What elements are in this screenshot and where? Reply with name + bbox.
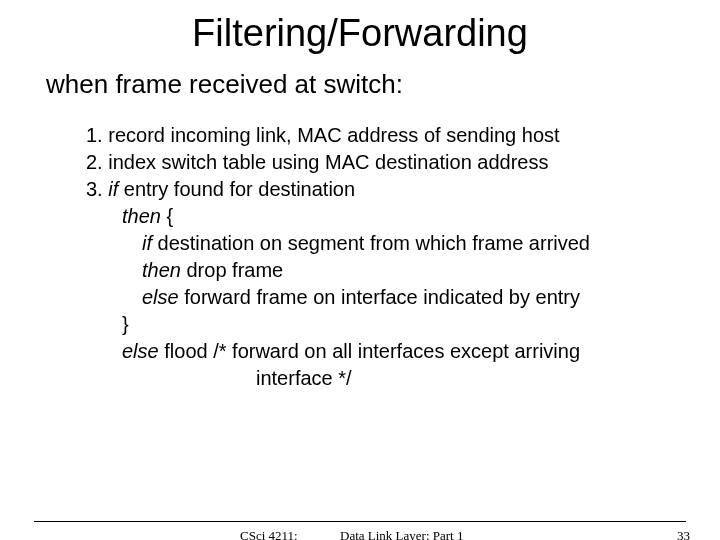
then-brace: { (161, 205, 173, 227)
step-3-prefix: 3. (86, 178, 108, 200)
step-1: 1. record incoming link, MAC address of … (86, 122, 720, 149)
footer-divider (34, 521, 686, 522)
step-3: 3. if entry found for destination (86, 176, 720, 203)
keyword-if-inner: if (142, 232, 152, 254)
footer-course: CSci 4211: (240, 528, 298, 540)
slide-footer: CSci 4211: Data Link Layer: Part 1 33 (0, 521, 720, 528)
slide-title: Filtering/Forwarding (0, 12, 720, 55)
keyword-then: then (122, 205, 161, 227)
keyword-then-inner: then (142, 259, 181, 281)
close-brace: } (122, 311, 720, 338)
slide-content: 1. record incoming link, MAC address of … (86, 122, 720, 392)
outer-else: else flood /* forward on all interfaces … (122, 338, 720, 365)
footer-page-number: 33 (677, 528, 690, 540)
inner-else-rest: forward frame on interface indicated by … (179, 286, 580, 308)
keyword-else: else (122, 340, 159, 362)
flood-continuation: interface */ (256, 365, 720, 392)
step-3-rest: entry found for destination (118, 178, 355, 200)
inner-if: if destination on segment from which fra… (142, 230, 720, 257)
keyword-if: if (108, 178, 118, 200)
slide-subtitle: when frame received at switch: (46, 69, 720, 100)
inner-then: then drop frame (142, 257, 720, 284)
inner-if-rest: destination on segment from which frame … (152, 232, 590, 254)
slide: Filtering/Forwarding when frame received… (0, 12, 720, 540)
flood-rest: flood /* forward on all interfaces excep… (159, 340, 580, 362)
footer-topic: Data Link Layer: Part 1 (340, 528, 463, 540)
step-2: 2. index switch table using MAC destinat… (86, 149, 720, 176)
keyword-else-inner: else (142, 286, 179, 308)
then-open: then { (122, 203, 720, 230)
inner-else: else forward frame on interface indicate… (142, 284, 720, 311)
inner-then-rest: drop frame (181, 259, 283, 281)
